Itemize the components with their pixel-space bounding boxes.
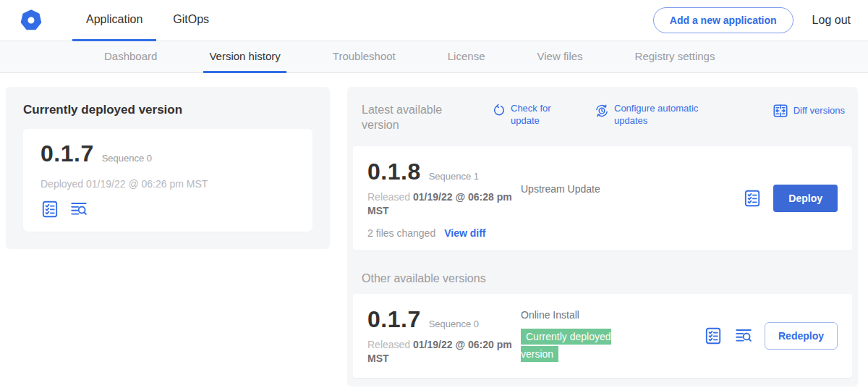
- released-prefix: Released: [367, 191, 413, 203]
- subnav-item-troubleshoot[interactable]: Troubleshoot: [327, 41, 401, 73]
- latest-version-number: 0.1.8: [367, 159, 421, 185]
- clock-refresh-icon: [595, 104, 609, 118]
- configure-automatic-updates-link[interactable]: Configure automatic updates: [595, 103, 715, 127]
- deployed-version-row: 0.1.7 Sequence 0: [41, 140, 295, 167]
- other-version-row: 0.1.7 Sequence 0: [367, 306, 521, 333]
- released-prefix: Released: [367, 339, 413, 350]
- other-version-actions: Redeploy: [704, 322, 838, 350]
- app-logo-icon[interactable]: [20, 9, 42, 31]
- tab-application[interactable]: Application: [72, 0, 156, 41]
- subnav-item-license[interactable]: License: [442, 41, 491, 73]
- available-panel-title: Latest available version: [362, 103, 453, 133]
- check-for-update-label: Check for update: [511, 103, 561, 127]
- subnav-item-registry-settings[interactable]: Registry settings: [629, 41, 721, 73]
- tab-application-label: Application: [86, 13, 142, 26]
- top-tabs: Application GitOps: [72, 0, 223, 41]
- available-panel-header: Latest available version Check for updat…: [353, 98, 852, 133]
- latest-released-timestamp: Released 01/19/22 @ 06:28 pm MST: [367, 190, 516, 219]
- tab-gitops[interactable]: GitOps: [159, 0, 223, 41]
- tab-gitops-label: GitOps: [173, 13, 209, 26]
- latest-version-actions: Deploy: [743, 185, 838, 212]
- other-version-source: Online Install: [521, 309, 579, 321]
- deployed-card-actions: [41, 200, 295, 219]
- subnav-label: Version history: [209, 50, 280, 62]
- subnav-label: Registry settings: [635, 50, 715, 62]
- available-versions-panel: Latest available version Check for updat…: [347, 87, 858, 387]
- latest-version-source: Upstream Update: [521, 183, 737, 195]
- other-version-info: 0.1.7 Sequence 0 Released 01/19/22 @ 06:…: [367, 306, 521, 366]
- latest-files-changed-row: 2 files changedView diff: [367, 227, 521, 239]
- currently-deployed-panel: Currently deployed version 0.1.7 Sequenc…: [6, 87, 330, 249]
- diff-versions-link[interactable]: Diff versions: [773, 103, 845, 119]
- configure-automatic-updates-label: Configure automatic updates: [614, 103, 715, 127]
- deployed-badge-wrap: Currently deployed version: [521, 329, 635, 363]
- other-version-card: 0.1.7 Sequence 0 Released 01/19/22 @ 06:…: [353, 294, 852, 378]
- deployed-sequence-label: Sequence 0: [102, 153, 152, 164]
- preflight-checks-icon[interactable]: [704, 326, 723, 345]
- view-logs-icon[interactable]: [69, 200, 88, 219]
- subnav-label: Troubleshoot: [333, 50, 396, 62]
- other-sequence-label: Sequence 0: [429, 319, 479, 329]
- subnav-item-version-history[interactable]: Version history: [203, 41, 286, 73]
- latest-version-info: 0.1.8 Sequence 1 Released 01/19/22 @ 06:…: [367, 159, 521, 239]
- latest-version-row: 0.1.8 Sequence 1: [367, 159, 521, 185]
- deployed-version-card: 0.1.7 Sequence 0 Deployed 01/19/22 @ 06:…: [23, 129, 312, 232]
- subnav-item-view-files[interactable]: View files: [531, 41, 588, 73]
- files-changed-label: 2 files changed: [367, 227, 435, 239]
- header-spacer: [223, 0, 653, 41]
- latest-version-card: 0.1.8 Sequence 1 Released 01/19/22 @ 06:…: [353, 146, 852, 250]
- other-released-timestamp: Released 01/19/22 @ 06:20 pm MST: [367, 338, 516, 366]
- diff-versions-label: Diff versions: [793, 105, 845, 117]
- add-application-button[interactable]: Add a new application: [653, 7, 793, 33]
- logout-button[interactable]: Log out: [812, 14, 851, 27]
- subnav-label: Dashboard: [104, 50, 157, 62]
- app-subnav: Dashboard Version history Troubleshoot L…: [0, 41, 868, 73]
- other-version-number: 0.1.7: [367, 306, 421, 333]
- currently-deployed-badge: Currently deployed version: [521, 329, 611, 362]
- subnav-label: License: [448, 50, 485, 62]
- top-navigation: Application GitOps Add a new application…: [0, 0, 868, 41]
- diff-icon: [773, 103, 788, 119]
- deployed-version-number: 0.1.7: [41, 140, 94, 167]
- redeploy-button[interactable]: Redeploy: [765, 322, 838, 350]
- view-diff-link[interactable]: View diff: [444, 227, 485, 239]
- deployed-timestamp: Deployed 01/19/22 @ 06:26 pm MST: [41, 178, 295, 190]
- view-logs-icon[interactable]: [734, 326, 753, 345]
- preflight-checks-icon[interactable]: [41, 200, 59, 219]
- latest-sequence-label: Sequence 1: [429, 171, 479, 182]
- version-history-page: Currently deployed version 0.1.7 Sequenc…: [0, 73, 868, 387]
- deploy-button[interactable]: Deploy: [773, 185, 838, 212]
- check-for-update-link[interactable]: Check for update: [492, 103, 561, 127]
- subnav-label: View files: [537, 50, 582, 62]
- subnav-item-dashboard[interactable]: Dashboard: [98, 41, 163, 73]
- other-version-source-block: Online Install Currently deployed versio…: [521, 309, 698, 363]
- preflight-checks-icon[interactable]: [743, 189, 762, 208]
- refresh-icon: [492, 104, 506, 117]
- deployed-panel-title: Currently deployed version: [23, 103, 312, 117]
- other-available-versions-title: Other available versions: [362, 272, 852, 285]
